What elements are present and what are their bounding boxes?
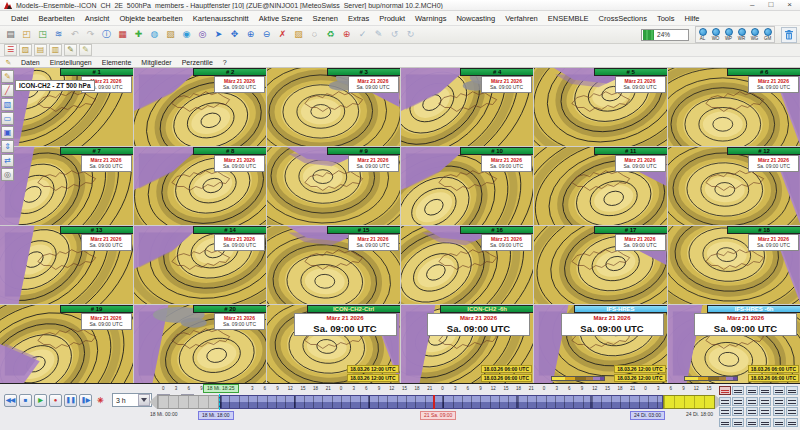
ensemble-menu-item[interactable]: ? (218, 58, 232, 67)
workspace-button[interactable]: WP (722, 27, 735, 42)
map-panel[interactable]: # 18 März 21 2026 Sa. 09:00 UTC (668, 226, 800, 304)
refresh-icon[interactable]: ♻ (323, 27, 338, 42)
loop-preset-button[interactable] (759, 407, 771, 416)
loop-preset-button[interactable] (746, 407, 758, 416)
step-forward-button[interactable]: ❚▶ (79, 394, 92, 407)
member-map-alt-icon[interactable]: ▥ (49, 44, 62, 56)
ensemble-menu-item[interactable]: Mitglieder (136, 58, 176, 67)
menu-item[interactable]: Bearbeiten (34, 12, 80, 25)
loop-preset-button[interactable] (773, 418, 785, 427)
map-edit-icon[interactable]: ◎ (195, 27, 210, 42)
swap-tool-icon[interactable]: ⇄ (1, 154, 14, 167)
ensemble-menu-item[interactable]: Daten (16, 58, 45, 67)
maximize-button[interactable]: □ (768, 1, 773, 9)
ensemble-menu-item[interactable]: Perzentile (177, 58, 218, 67)
range-end-label[interactable]: 24 Di. 03:00 (630, 411, 665, 420)
annotate-member-light-icon[interactable]: ✎ (79, 44, 92, 56)
loop-preset-button[interactable] (732, 397, 744, 406)
map-panel[interactable]: # 10 März 21 2026 Sa. 09:00 UTC (401, 147, 534, 225)
map-panel[interactable]: # 19 März 21 2026 Sa. 09:00 UTC (0, 305, 133, 383)
map-panel[interactable]: # 12 März 21 2026 Sa. 09:00 UTC (668, 147, 800, 225)
ensemble-layers-icon[interactable]: ☰ (4, 44, 17, 56)
redo-icon[interactable]: ↷ (83, 27, 98, 42)
menu-item[interactable]: ENSEMBLE (543, 12, 594, 25)
loop-preset-button[interactable] (759, 386, 771, 395)
map-panel[interactable]: # 4 März 21 2026 Sa. 09:00 UTC (401, 68, 534, 146)
loop-preset-button[interactable] (759, 397, 771, 406)
timeline-forecast-segment[interactable] (663, 395, 715, 409)
loop-preset-button[interactable] (732, 407, 744, 416)
loop-preset-button[interactable] (786, 397, 798, 406)
draw-check-icon[interactable]: ✓ (355, 27, 370, 42)
menu-item[interactable]: Warnings (410, 12, 451, 25)
pause-button[interactable]: ❚❚ (64, 394, 77, 407)
favorites-icon[interactable]: ≋ (51, 27, 66, 42)
loop-preset-button[interactable] (719, 386, 731, 395)
menu-item[interactable]: Ansicht (80, 12, 115, 25)
edit-members-icon[interactable]: ▨ (19, 44, 32, 56)
compass-tool-icon[interactable]: ◎ (1, 168, 14, 181)
loop-preset-button[interactable] (719, 407, 731, 416)
map-panel[interactable]: ICON-CH2 -6h März 21 2026 Sa. 09:00 UTC … (401, 305, 534, 383)
workspace-button[interactable]: WG (748, 27, 761, 42)
map-panel[interactable]: # 17 März 21 2026 Sa. 09:00 UTC (534, 226, 667, 304)
stamp-tool-icon[interactable]: ▣ (1, 126, 14, 139)
globe-icon[interactable]: ◍ (147, 27, 162, 42)
time-step-dropdown[interactable]: 3 h (112, 393, 152, 407)
measure-tool-icon[interactable]: ╱ (1, 84, 14, 97)
map-panel[interactable]: # 2 März 21 2026 Sa. 09:00 UTC (134, 68, 267, 146)
record-button[interactable]: ● (49, 394, 62, 407)
map-panel[interactable]: # 6 März 21 2026 Sa. 09:00 UTC (668, 68, 800, 146)
map-panel[interactable]: # 9 März 21 2026 Sa. 09:00 UTC (267, 147, 400, 225)
monitor-tool-icon[interactable]: ▭ (1, 112, 14, 125)
menu-item[interactable]: Kartenausschnitt (188, 12, 254, 25)
menu-item[interactable]: Objekte bearbeiten (114, 12, 187, 25)
scene-manager-icon[interactable]: ▦ (115, 27, 130, 42)
menu-item[interactable]: CrossSections (594, 12, 652, 25)
map-panel[interactable]: # 1 März 21 2026 Sa. 09:00 UTC ICON-CH2 … (0, 68, 133, 146)
map-panel[interactable]: # 3 März 21 2026 Sa. 09:00 UTC (267, 68, 400, 146)
loop-preset-button[interactable] (732, 418, 744, 427)
loop-preset-button[interactable] (719, 418, 731, 427)
timeline-loaded-segment[interactable] (219, 395, 663, 409)
workspace-button[interactable]: WO (709, 27, 722, 42)
loop-preset-button[interactable] (746, 397, 758, 406)
map-panel[interactable]: # 7 März 21 2026 Sa. 09:00 UTC (0, 147, 133, 225)
map-panel[interactable]: # 11 März 21 2026 Sa. 09:00 UTC (534, 147, 667, 225)
loop-preset-button[interactable] (746, 418, 758, 427)
menu-item[interactable]: Nowcasting (451, 12, 500, 25)
map-product-icon[interactable]: ▧ (163, 27, 178, 42)
loop-preset-button[interactable] (732, 386, 744, 395)
print-icon[interactable]: ▤ (3, 27, 18, 42)
trash-button[interactable] (781, 27, 797, 43)
workspace-button[interactable]: WR (735, 27, 748, 42)
menu-item[interactable]: Hilfe (679, 12, 704, 25)
move-vertical-icon[interactable]: ⇕ (1, 140, 14, 153)
pencil-tool-icon[interactable]: ✎ (1, 70, 14, 83)
loop-preset-button[interactable] (786, 386, 798, 395)
stop-button[interactable]: ■ (19, 394, 32, 407)
loop-preset-button[interactable] (773, 397, 785, 406)
delete-tool-icon[interactable]: ✗ (275, 27, 290, 42)
map-panel[interactable]: ICON-CH2-Ctrl März 21 2026 Sa. 09:00 UTC… (267, 305, 400, 383)
map-panel[interactable]: # 20 März 21 2026 Sa. 09:00 UTC (134, 305, 267, 383)
menu-item[interactable]: Szenen (307, 12, 342, 25)
timeline-past-segment[interactable] (157, 395, 219, 409)
close-button[interactable]: × (787, 1, 792, 9)
menu-item[interactable]: Aktive Szene (254, 12, 308, 25)
loop-preset-button[interactable] (746, 386, 758, 395)
map-panel[interactable]: # 5 März 21 2026 Sa. 09:00 UTC (534, 68, 667, 146)
next-state-icon[interactable]: ↻ (403, 27, 418, 42)
menu-item[interactable]: Extras (343, 12, 374, 25)
ensemble-edit-icon[interactable]: ✎ (3, 58, 14, 67)
annotate-map-icon[interactable]: ▨ (291, 27, 306, 42)
loop-preset-button[interactable] (773, 386, 785, 395)
sync-now-button[interactable]: ✳ (94, 394, 107, 407)
annotate-member-icon[interactable]: ✎ (64, 44, 77, 56)
menu-item[interactable]: Produkt (374, 12, 410, 25)
minimize-button[interactable]: – (750, 1, 754, 9)
undo-icon[interactable]: ↶ (67, 27, 82, 42)
prev-state-icon[interactable]: ↺ (387, 27, 402, 42)
world-map-icon[interactable]: ◉ (179, 27, 194, 42)
import-icon[interactable]: ◳ (35, 27, 50, 42)
